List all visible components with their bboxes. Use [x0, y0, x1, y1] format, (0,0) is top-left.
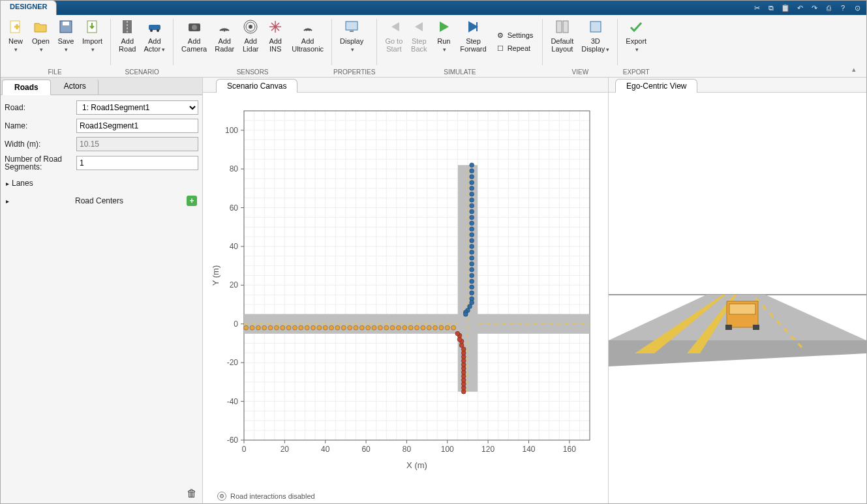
- svg-point-112: [348, 325, 352, 330]
- options-icon[interactable]: ⊙: [852, 3, 862, 13]
- ribbon-group-scenario-label: SCENARIO: [112, 67, 172, 77]
- step-forward-label: Step Forward: [460, 37, 486, 53]
- add-camera-button[interactable]: Add Camera: [177, 16, 211, 67]
- ribbon-group-export: Export EXPORT: [619, 15, 653, 77]
- svg-text:20: 20: [230, 280, 239, 289]
- svg-text:-20: -20: [227, 358, 239, 367]
- goto-start-label: Go to Start: [385, 37, 403, 53]
- display-icon: [344, 19, 359, 35]
- tab-actors[interactable]: Actors: [52, 79, 99, 95]
- svg-point-151: [470, 285, 474, 289]
- open-label: Open: [32, 37, 50, 45]
- canvas-tab[interactable]: Scenario Canvas: [216, 79, 297, 93]
- svg-point-145: [470, 250, 474, 254]
- svg-point-144: [470, 244, 474, 248]
- ego-view[interactable]: [609, 93, 866, 503]
- open-button[interactable]: Open: [28, 16, 53, 67]
- add-lidar-label: Add Lidar: [243, 37, 258, 53]
- svg-point-130: [470, 163, 474, 168]
- name-input[interactable]: [76, 119, 198, 133]
- add-radar-button[interactable]: Add Radar: [211, 16, 238, 67]
- lanes-section[interactable]: Lanes: [5, 175, 198, 192]
- svg-rect-15: [346, 22, 357, 30]
- goto-start-button[interactable]: Go to Start: [381, 16, 406, 67]
- tab-roads[interactable]: Roads: [2, 80, 51, 95]
- step-back-button[interactable]: Step Back: [406, 16, 431, 67]
- skip-back-icon: [386, 19, 402, 35]
- footer-text: Road interactions disabled: [230, 492, 315, 500]
- ribbon-group-view: Default Layout 3D Display VIEW: [544, 15, 616, 77]
- gear-icon[interactable]: ⚙: [217, 492, 226, 501]
- add-actor-label: Add Actor: [144, 37, 160, 53]
- road-centers-section[interactable]: Road Centers +: [5, 192, 198, 210]
- gear-icon: ⚙: [496, 31, 505, 40]
- run-button[interactable]: Run: [431, 16, 456, 67]
- export-button[interactable]: Export: [622, 16, 650, 67]
- svg-point-147: [470, 261, 474, 266]
- add-ins-button[interactable]: Add INS: [263, 16, 288, 67]
- svg-text:0: 0: [234, 319, 238, 329]
- width-label: Width (m):: [5, 140, 76, 149]
- svg-point-115: [366, 325, 371, 330]
- add-actor-button[interactable]: Add Actor: [140, 16, 169, 67]
- add-camera-label: Add Camera: [181, 37, 207, 53]
- step-forward-button[interactable]: Step Forward: [456, 16, 490, 67]
- ins-icon: [267, 19, 283, 35]
- help-icon[interactable]: ?: [838, 3, 848, 13]
- delete-button[interactable]: 🗑: [187, 488, 198, 499]
- svg-text:160: 160: [563, 445, 576, 454]
- default-layout-button[interactable]: Default Layout: [547, 16, 577, 67]
- ribbon-group-file: New Open Save Import FILE: [1, 15, 109, 77]
- display-button[interactable]: Display: [336, 16, 367, 67]
- layout-icon: [555, 19, 570, 35]
- paste-icon[interactable]: 📋: [780, 3, 791, 13]
- settings-label: Settings: [508, 31, 534, 39]
- svg-text:60: 60: [230, 203, 239, 213]
- ego-tab[interactable]: Ego-Centric View: [615, 79, 697, 93]
- redo-icon[interactable]: ↷: [809, 3, 819, 13]
- settings-option[interactable]: ⚙Settings: [496, 31, 534, 40]
- svg-point-140: [470, 221, 474, 226]
- copy-icon[interactable]: ⧉: [766, 3, 776, 13]
- add-ultrasonic-button[interactable]: Add Ultrasonic: [288, 16, 327, 67]
- road-select[interactable]: 1: Road1Segment1: [76, 100, 198, 115]
- lanes-label: Lanes: [12, 179, 33, 188]
- cut-icon[interactable]: ✂: [752, 3, 762, 13]
- import-button[interactable]: Import: [78, 16, 106, 67]
- svg-point-136: [470, 198, 474, 202]
- svg-text:40: 40: [230, 242, 239, 251]
- svg-point-146: [470, 256, 474, 260]
- 3d-display-button[interactable]: 3D Display: [577, 16, 613, 67]
- svg-text:80: 80: [230, 164, 239, 173]
- add-center-button[interactable]: +: [187, 196, 197, 206]
- collapse-ribbon-button[interactable]: ▴: [852, 65, 862, 76]
- svg-text:100: 100: [225, 126, 238, 135]
- svg-text:80: 80: [403, 445, 412, 454]
- svg-point-128: [445, 325, 449, 330]
- svg-text:-40: -40: [227, 397, 239, 406]
- svg-rect-16: [350, 31, 354, 32]
- repeat-option[interactable]: ☐Repeat: [496, 44, 534, 53]
- segments-input[interactable]: [76, 156, 198, 170]
- svg-point-95: [244, 325, 249, 330]
- print-icon[interactable]: ⎙: [823, 3, 834, 13]
- svg-point-148: [470, 267, 474, 272]
- svg-point-124: [421, 325, 425, 330]
- add-road-button[interactable]: Add Road: [115, 16, 140, 67]
- svg-point-118: [384, 325, 389, 330]
- svg-point-104: [299, 325, 303, 330]
- svg-point-126: [433, 325, 438, 330]
- ultrasonic-icon: [300, 19, 316, 35]
- save-button[interactable]: Save: [53, 16, 78, 67]
- 3d-display-label: 3D Display: [581, 37, 605, 53]
- app-tab-designer[interactable]: DESIGNER: [1, 1, 57, 15]
- add-lidar-button[interactable]: Add Lidar: [238, 16, 263, 67]
- scenario-canvas[interactable]: 020406080100120140160-60-40-200204060801…: [203, 93, 608, 503]
- svg-point-113: [354, 325, 358, 330]
- new-button[interactable]: New: [3, 16, 28, 67]
- import-icon: [85, 19, 100, 35]
- svg-point-175: [455, 331, 460, 336]
- svg-point-103: [292, 325, 297, 330]
- undo-icon[interactable]: ↶: [795, 3, 805, 13]
- name-label: Name:: [5, 121, 76, 130]
